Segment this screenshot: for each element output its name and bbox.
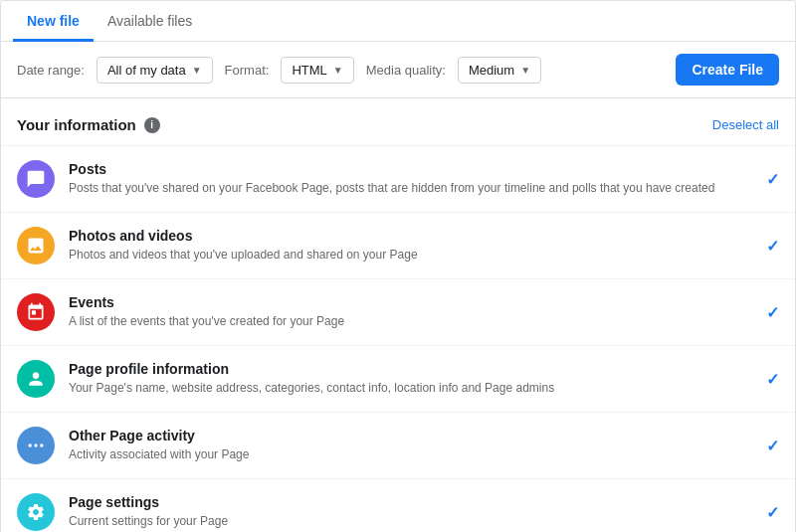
posts-icon [17, 160, 55, 198]
other-activity-icon [17, 427, 55, 464]
events-content: EventsA list of the events that you've c… [69, 294, 752, 330]
other-activity-title: Other Page activity [69, 428, 752, 443]
chevron-down-icon: ▼ [192, 65, 202, 76]
list-item[interactable]: Page settingsCurrent settings for your P… [1, 478, 795, 532]
page-settings-icon [17, 493, 55, 531]
chevron-down-icon: ▼ [520, 65, 530, 76]
page-profile-content: Page profile informationYour Page's name… [69, 361, 752, 397]
svg-point-1 [34, 443, 37, 446]
media-quality-dropdown[interactable]: Medium ▼ [458, 57, 541, 84]
events-checkmark: ✓ [766, 303, 779, 322]
photos-videos-content: Photos and videosPhotos and videos that … [69, 228, 752, 264]
tab-bar: New file Available files [1, 1, 795, 42]
page-profile-title: Page profile information [69, 361, 752, 377]
deselect-all-button[interactable]: Deselect all [712, 117, 779, 132]
create-file-button[interactable]: Create File [676, 54, 779, 86]
events-title: Events [69, 294, 752, 310]
date-range-dropdown[interactable]: All of my data ▼ [97, 57, 213, 84]
item-list: PostsPosts that you've shared on your Fa… [1, 145, 795, 532]
info-icon[interactable]: i [144, 117, 160, 133]
photos-videos-title: Photos and videos [69, 228, 752, 244]
posts-title: Posts [69, 161, 752, 177]
tab-new-file[interactable]: New file [13, 1, 94, 42]
format-dropdown[interactable]: HTML ▼ [281, 57, 353, 84]
format-label: Format: [225, 63, 270, 78]
section-header: Your information i Deselect all [1, 98, 795, 145]
page-profile-checkmark: ✓ [766, 370, 779, 389]
posts-checkmark: ✓ [766, 170, 779, 189]
main-container: New file Available files Date range: All… [0, 0, 796, 532]
date-range-label: Date range: [17, 63, 85, 78]
list-item[interactable]: Page profile informationYour Page's name… [1, 345, 795, 412]
other-activity-description: Activity associated with your Page [69, 446, 752, 463]
toolbar: Date range: All of my data ▼ Format: HTM… [1, 42, 795, 98]
list-item[interactable]: EventsA list of the events that you've c… [1, 278, 795, 345]
chevron-down-icon: ▼ [333, 65, 343, 76]
other-activity-checkmark: ✓ [766, 437, 779, 455]
format-value: HTML [292, 63, 326, 78]
tab-available-files[interactable]: Available files [94, 1, 206, 42]
section-title-text: Your information [17, 116, 136, 133]
photos-videos-checkmark: ✓ [766, 237, 779, 256]
events-icon [17, 293, 55, 331]
page-profile-icon [17, 360, 55, 398]
list-item[interactable]: Photos and videosPhotos and videos that … [1, 212, 795, 278]
list-item[interactable]: PostsPosts that you've shared on your Fa… [1, 145, 795, 212]
photos-videos-icon [17, 227, 55, 265]
posts-description: Posts that you've shared on your Faceboo… [69, 180, 752, 197]
events-description: A list of the events that you've created… [69, 313, 752, 330]
date-range-value: All of my data [107, 63, 186, 78]
svg-point-0 [29, 443, 32, 446]
page-settings-title: Page settings [69, 494, 752, 510]
media-quality-value: Medium [469, 63, 514, 78]
page-settings-description: Current settings for your Page [69, 513, 752, 530]
media-quality-label: Media quality: [366, 63, 446, 78]
photos-videos-description: Photos and videos that you've uploaded a… [69, 247, 752, 264]
list-item[interactable]: Other Page activityActivity associated w… [1, 412, 795, 478]
page-settings-checkmark: ✓ [766, 503, 779, 522]
posts-content: PostsPosts that you've shared on your Fa… [69, 161, 752, 197]
other-activity-content: Other Page activityActivity associated w… [69, 428, 752, 463]
page-profile-description: Your Page's name, website address, categ… [69, 380, 752, 397]
svg-point-2 [40, 443, 43, 446]
section-title: Your information i [17, 116, 160, 133]
page-settings-content: Page settingsCurrent settings for your P… [69, 494, 752, 530]
